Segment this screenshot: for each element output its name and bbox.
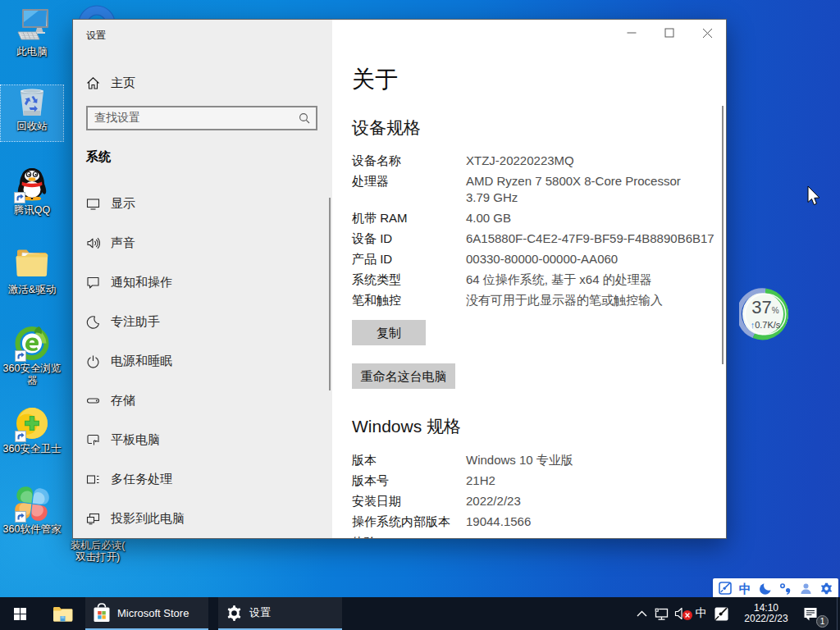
sidebar-item-tablet[interactable]: 平板电脑 bbox=[73, 420, 332, 459]
sidebar-item-power-sleep[interactable]: 电源和睡眠 bbox=[73, 341, 332, 381]
360-browser-icon bbox=[15, 326, 49, 360]
spec-label: 产品 ID bbox=[352, 251, 466, 267]
start-button[interactable] bbox=[0, 597, 39, 630]
desktop-icon-recycle-bin[interactable]: 回收站 bbox=[1, 85, 63, 141]
spec-label: 机带 RAM bbox=[352, 210, 466, 226]
folder-icon bbox=[14, 245, 50, 281]
tray-volume-muted-icon[interactable] bbox=[671, 606, 692, 621]
taskbar-settings-label: 设置 bbox=[249, 605, 271, 620]
spec-label: 体验 bbox=[352, 534, 466, 538]
taskbar-store-label: Microsoft Store bbox=[117, 607, 189, 619]
spec-value: 19044.1566 bbox=[466, 514, 705, 530]
tray-clock[interactable]: 14:10 2022/2/23 bbox=[737, 603, 796, 625]
handwriting-pad-icon[interactable] bbox=[718, 582, 732, 596]
spec-label: 版本号 bbox=[352, 472, 466, 489]
focus-assist-icon bbox=[86, 315, 100, 329]
tablet-icon bbox=[86, 433, 100, 447]
sound-icon bbox=[86, 236, 100, 250]
sidebar-item-projecting[interactable]: 投影到此电脑 bbox=[73, 499, 332, 538]
home-icon bbox=[86, 76, 100, 90]
notifications-icon bbox=[86, 276, 100, 290]
windows-logo-icon bbox=[14, 608, 26, 620]
desktop-label-readme[interactable]: 装机后必读(双击打开) bbox=[69, 540, 126, 563]
desktop-icon-360-software-manager[interactable]: 360软件管家 bbox=[1, 486, 63, 565]
desktop-label-tencent-qq: 腾讯QQ bbox=[1, 204, 63, 217]
taskbar: Microsoft Store 设置 bbox=[0, 597, 840, 630]
tray-expand-chevron-icon[interactable] bbox=[632, 610, 651, 617]
ime-settings-icon[interactable] bbox=[819, 582, 833, 596]
taskbar-microsoft-store[interactable]: Microsoft Store bbox=[85, 597, 208, 630]
tray-ime-indicator[interactable]: 中 bbox=[692, 606, 710, 621]
sidebar-home-label: 主页 bbox=[111, 75, 135, 91]
ball-percent: 37% bbox=[739, 297, 792, 318]
sidebar-item-focus-assist[interactable]: 专注助手 bbox=[73, 302, 332, 341]
desktop-label-360-browser: 360安全浏览器 bbox=[1, 363, 63, 387]
spec-row: 安装日期 2022/2/23 bbox=[352, 493, 705, 509]
desktop-icon-tencent-qq[interactable]: 腾讯QQ bbox=[1, 166, 63, 244]
chinese-mode-icon[interactable]: 中 bbox=[738, 582, 752, 596]
sidebar-item-storage[interactable]: 存储 bbox=[73, 381, 332, 420]
tray-handwriting-icon[interactable] bbox=[710, 607, 732, 621]
desktop-icon-activation-drivers[interactable]: 激活&驱动 bbox=[1, 245, 63, 324]
spec-label: 笔和触控 bbox=[352, 292, 466, 308]
storage-icon bbox=[86, 394, 100, 408]
sidebar-item-notifications[interactable]: 通知和操作 bbox=[73, 262, 332, 302]
notification-count-badge: 1 bbox=[816, 615, 829, 628]
desktop-icon-360-safe[interactable]: 360安全卫士 bbox=[1, 406, 63, 485]
spec-value: 没有可用于此显示器的笔或触控输入 bbox=[466, 292, 705, 308]
spec-label: 操作系统内部版本 bbox=[352, 514, 466, 530]
settings-sidebar: 设置 主页 查找设置 系统 显示 bbox=[73, 20, 332, 538]
main-scrollbar[interactable] bbox=[722, 106, 724, 364]
sidebar-scrollbar[interactable] bbox=[329, 198, 331, 390]
sidebar-item-home[interactable]: 主页 bbox=[80, 66, 326, 99]
spec-label: 版本 bbox=[352, 452, 466, 468]
spec-label: 系统类型 bbox=[352, 272, 466, 288]
shortcut-arrow-icon bbox=[14, 192, 25, 203]
device-spec-heading: 设备规格 bbox=[352, 116, 705, 139]
file-explorer-button[interactable] bbox=[39, 597, 85, 630]
windows-spec-table: 版本 Windows 10 专业版 版本号 21H2 安装日期 2022/2/2… bbox=[352, 452, 705, 538]
desktop-icon-this-pc[interactable]: 此电脑 bbox=[1, 7, 63, 86]
spec-row: 处理器 AMD Ryzen 7 5800X 8-Core Processor3.… bbox=[352, 173, 705, 206]
shortcut-arrow-icon bbox=[15, 350, 26, 362]
windows-spec-heading: Windows 规格 bbox=[352, 415, 705, 437]
spec-row: 机带 RAM 4.00 GB bbox=[352, 210, 705, 226]
spec-value: 2022/2/23 bbox=[466, 493, 705, 509]
this-pc-icon bbox=[14, 7, 50, 43]
tray-network-icon[interactable] bbox=[651, 606, 671, 622]
spec-row: 版本号 21H2 bbox=[352, 472, 705, 489]
taskbar-settings[interactable]: 设置 bbox=[218, 597, 342, 630]
recycle-bin-icon bbox=[16, 85, 48, 118]
copy-button[interactable]: 复制 bbox=[352, 320, 426, 345]
shortcut-arrow-icon bbox=[15, 431, 26, 442]
user-icon[interactable] bbox=[799, 582, 813, 596]
desktop-label-360-software-manager: 360软件管家 bbox=[1, 523, 63, 536]
desktop-icon-360-browser[interactable]: 360安全浏览器 bbox=[1, 326, 63, 404]
settings-search-input[interactable]: 查找设置 bbox=[86, 106, 317, 130]
punctuation-icon[interactable] bbox=[778, 582, 792, 596]
360-floating-ball[interactable]: 37% ↑0.7K/s bbox=[739, 288, 792, 340]
ime-toolbar: 中 bbox=[713, 578, 838, 598]
spec-value: 64 位操作系统, 基于 x64 的处理器 bbox=[466, 272, 705, 288]
spec-row: 设备 ID 6A15880F-C4E2-47F9-BF59-F4B8890B6B… bbox=[352, 231, 705, 247]
sidebar-item-label: 通知和操作 bbox=[111, 275, 172, 290]
rename-this-pc-button[interactable]: 重命名这台电脑 bbox=[352, 363, 455, 389]
sidebar-item-display[interactable]: 显示 bbox=[73, 184, 332, 223]
sidebar-item-multitasking[interactable]: 多任务处理 bbox=[73, 459, 332, 499]
page-title: 关于 bbox=[352, 68, 705, 91]
clock-date: 2022/2/23 bbox=[737, 614, 796, 625]
sidebar-item-label: 显示 bbox=[111, 196, 135, 212]
spec-value: 4.00 GB bbox=[466, 210, 705, 226]
search-icon bbox=[299, 112, 310, 124]
about-page-content: 关于 设备规格 设备名称 XTZJ-20220223MQ 处理器 AMD Ryz… bbox=[352, 20, 705, 538]
power-sleep-icon bbox=[86, 354, 100, 368]
spec-value: AMD Ryzen 7 5800X 8-Core Processor3.79 G… bbox=[466, 173, 705, 206]
360-safe-icon bbox=[15, 406, 49, 441]
action-center-button[interactable]: 1 bbox=[796, 601, 825, 626]
spec-row: 笔和触控 没有可用于此显示器的笔或触控输入 bbox=[352, 292, 705, 308]
night-mode-icon[interactable] bbox=[759, 582, 773, 596]
desktop-label-this-pc: 此电脑 bbox=[1, 46, 63, 58]
spec-value: XTZJ-20220223MQ bbox=[466, 153, 705, 169]
show-desktop-button[interactable] bbox=[837, 597, 840, 630]
sidebar-item-sound[interactable]: 声音 bbox=[73, 223, 332, 262]
